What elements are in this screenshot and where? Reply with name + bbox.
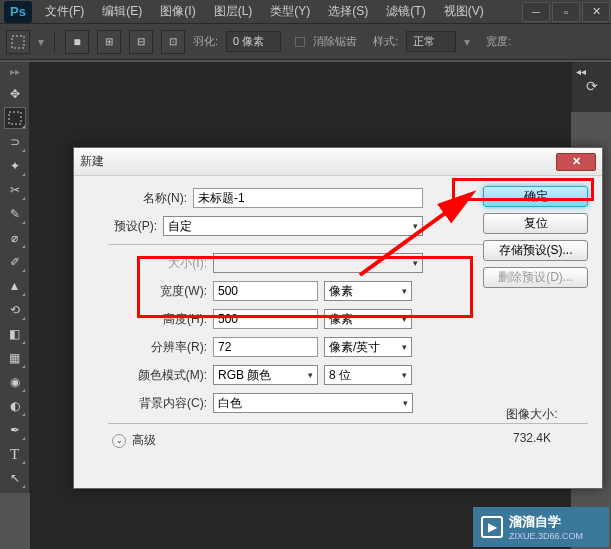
resolution-input[interactable]	[213, 337, 318, 357]
options-bar: ▾ ■ ⊞ ⊟ ⊡ 羽化: 0 像素 消除锯齿 样式: 正常 ▾ 宽度:	[0, 24, 611, 60]
dialog-title-text: 新建	[80, 153, 104, 170]
feather-value[interactable]: 0 像素	[226, 31, 281, 52]
dialog-close-button[interactable]: ✕	[556, 153, 596, 171]
delete-preset-button: 删除预设(D)...	[483, 267, 588, 288]
tool-preset-icon[interactable]	[6, 30, 30, 54]
antialias-label: 消除锯齿	[313, 34, 357, 49]
bit-depth-select[interactable]: 8 位	[324, 365, 412, 385]
svg-rect-0	[12, 36, 24, 48]
add-selection-icon[interactable]: ⊞	[97, 30, 121, 54]
menu-layer[interactable]: 图层(L)	[205, 0, 262, 24]
style-dropdown[interactable]: 正常	[406, 31, 456, 52]
reset-button[interactable]: 复位	[483, 213, 588, 234]
new-document-dialog: 新建 ✕ 名称(N): 预设(P): 自定 大小(I): 宽度(W): 像素 高…	[73, 147, 603, 489]
right-panel: ◂◂ ⟳	[571, 62, 611, 112]
play-icon: ▶	[481, 516, 503, 538]
color-mode-select[interactable]: RGB 颜色	[213, 365, 318, 385]
chevron-down-icon: ⌄	[112, 434, 126, 448]
toolbar-collapse[interactable]: ▸▸	[10, 66, 20, 77]
height-unit-select[interactable]: 像素	[324, 309, 412, 329]
background-select[interactable]: 白色	[213, 393, 413, 413]
menu-type[interactable]: 类型(Y)	[261, 0, 319, 24]
width-unit-select[interactable]: 像素	[324, 281, 412, 301]
color-mode-label: 颜色模式(M):	[88, 367, 213, 384]
dialog-titlebar[interactable]: 新建 ✕	[74, 148, 602, 176]
preset-select[interactable]: 自定	[163, 216, 423, 236]
style-label: 样式:	[373, 34, 398, 49]
panel-expand-icon[interactable]: ◂◂	[576, 66, 586, 77]
svg-rect-1	[9, 112, 21, 124]
maximize-button[interactable]: ▫	[552, 2, 580, 22]
background-label: 背景内容(C):	[88, 395, 213, 412]
width-label: 宽度:	[486, 34, 511, 49]
close-button[interactable]: ✕	[582, 2, 610, 22]
save-preset-button[interactable]: 存储预设(S)...	[483, 240, 588, 261]
menu-view[interactable]: 视图(V)	[435, 0, 493, 24]
menu-image[interactable]: 图像(I)	[151, 0, 204, 24]
height-label: 高度(H):	[88, 311, 213, 328]
minimize-button[interactable]: ─	[522, 2, 550, 22]
menu-edit[interactable]: 编辑(E)	[93, 0, 151, 24]
size-select	[213, 253, 423, 273]
name-label: 名称(N):	[88, 190, 193, 207]
ps-logo: Ps	[4, 1, 32, 23]
watermark: ▶ 溜溜自学 ZIXUE.3D66.COM	[473, 507, 609, 547]
name-input[interactable]	[193, 188, 423, 208]
width-label: 宽度(W):	[88, 283, 213, 300]
resolution-unit-select[interactable]: 像素/英寸	[324, 337, 412, 357]
window-controls: ─ ▫ ✕	[521, 1, 611, 23]
menu-select[interactable]: 选择(S)	[319, 0, 377, 24]
size-label: 大小(I):	[88, 255, 213, 272]
resolution-label: 分辨率(R):	[88, 339, 213, 356]
width-input[interactable]	[213, 281, 318, 301]
height-input[interactable]	[213, 309, 318, 329]
menu-file[interactable]: 文件(F)	[36, 0, 93, 24]
ok-button[interactable]: 确定	[483, 186, 588, 207]
menu-bar: Ps 文件(F) 编辑(E) 图像(I) 图层(L) 类型(Y) 选择(S) 滤…	[0, 0, 611, 24]
toolbar: ▸▸ ✥ ⊃ ✦ ✂ ✎ ⌀ ✐ ▲ ⟲ ◧ ▦ ◉ ◐ ✒ T ↖	[0, 62, 30, 493]
image-size-info: 图像大小: 732.4K	[482, 406, 582, 445]
antialias-checkbox[interactable]	[295, 37, 305, 47]
feather-label: 羽化:	[193, 34, 218, 49]
dialog-buttons: 确定 复位 存储预设(S)... 删除预设(D)...	[483, 186, 588, 294]
intersect-selection-icon[interactable]: ⊡	[161, 30, 185, 54]
preset-label: 预设(P):	[88, 218, 163, 235]
menu-filter[interactable]: 滤镜(T)	[377, 0, 434, 24]
new-selection-icon[interactable]: ■	[65, 30, 89, 54]
move-tool[interactable]: ✥	[4, 83, 26, 105]
subtract-selection-icon[interactable]: ⊟	[129, 30, 153, 54]
